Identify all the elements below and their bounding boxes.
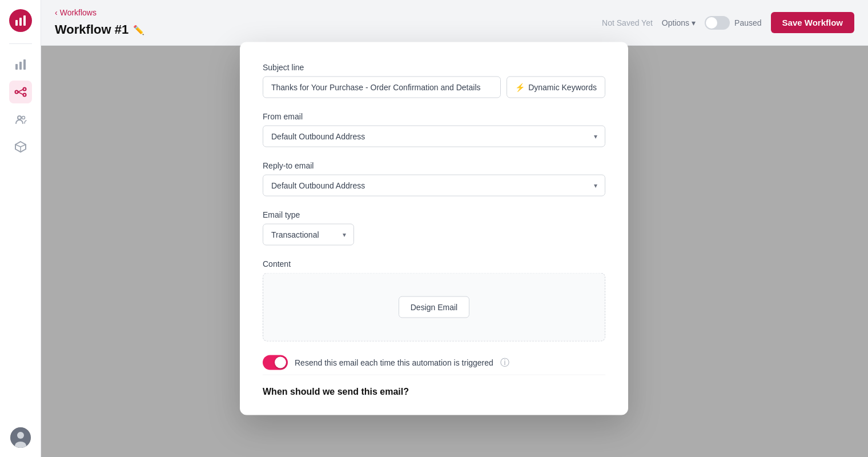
dynamic-keywords-label: Dynamic Keywords: [528, 83, 597, 92]
from-email-label: From email: [263, 112, 605, 121]
save-workflow-button[interactable]: Save Workflow: [771, 12, 854, 33]
user-avatar[interactable]: [10, 427, 31, 448]
svg-line-13: [15, 145, 21, 147]
edit-title-icon[interactable]: ✏️: [133, 25, 144, 35]
sidebar-item-analytics[interactable]: [9, 53, 32, 76]
resend-toggle[interactable]: [263, 355, 288, 370]
topbar-actions: Not Saved Yet Options ▾ Paused Save Work…: [602, 12, 854, 33]
sidebar: [0, 0, 41, 457]
sidebar-item-workflows[interactable]: [9, 81, 32, 103]
email-type-select-wrap: Transactional Marketing ▾: [263, 224, 354, 246]
email-type-select[interactable]: Transactional Marketing: [263, 224, 354, 246]
options-chevron-icon: ▾: [692, 18, 696, 27]
sidebar-item-products[interactable]: [9, 135, 32, 158]
subject-row: ⚡ Dynamic Keywords: [263, 77, 605, 98]
reply-to-section: Reply-to email Default Outbound Address …: [263, 161, 605, 197]
modal-body: Subject line ⚡ Dynamic Keywords From ema…: [240, 47, 628, 415]
sidebar-item-contacts[interactable]: [9, 108, 32, 131]
paused-toggle-thumb: [706, 17, 717, 29]
from-email-section: From email Default Outbound Address ▾: [263, 112, 605, 147]
svg-rect-4: [19, 62, 22, 70]
subject-line-section: Subject line ⚡ Dynamic Keywords: [263, 63, 605, 98]
reply-to-select-wrap: Default Outbound Address ▾: [263, 175, 605, 197]
app-logo[interactable]: [9, 9, 32, 32]
not-saved-label: Not Saved Yet: [602, 18, 653, 27]
email-settings-modal: Subject line ⚡ Dynamic Keywords From ema…: [240, 42, 628, 415]
subject-line-label: Subject line: [263, 63, 605, 72]
svg-rect-3: [15, 64, 18, 70]
from-email-select-wrap: Default Outbound Address ▾: [263, 126, 605, 147]
svg-point-9: [18, 116, 21, 119]
svg-rect-0: [15, 20, 18, 26]
content-label: Content: [263, 259, 605, 268]
resend-info-icon[interactable]: ⓘ: [500, 356, 509, 368]
resend-row: Resend this email each time this automat…: [263, 355, 605, 370]
email-type-label: Email type: [263, 210, 605, 219]
svg-point-7: [23, 88, 26, 91]
reply-to-label: Reply-to email: [263, 161, 605, 170]
resend-label: Resend this email each time this automat…: [295, 358, 493, 367]
resend-toggle-thumb: [275, 357, 286, 368]
dynamic-keywords-button[interactable]: ⚡ Dynamic Keywords: [507, 77, 605, 98]
when-send-title: When should we send this email?: [263, 387, 605, 397]
content-section: Content Design Email: [263, 259, 605, 342]
options-label: Options: [662, 18, 689, 27]
email-type-section: Email type Transactional Marketing ▾: [263, 210, 605, 246]
svg-rect-2: [23, 15, 26, 26]
back-label: Workflows: [60, 8, 97, 17]
subject-line-input[interactable]: [263, 77, 501, 98]
reply-to-select[interactable]: Default Outbound Address: [263, 175, 605, 197]
svg-point-10: [22, 117, 25, 119]
when-send-section: When should we send this email?: [263, 375, 605, 397]
back-button[interactable]: ‹ Workflows: [55, 8, 97, 17]
paused-toggle-track[interactable]: [705, 16, 730, 30]
from-email-select[interactable]: Default Outbound Address: [263, 126, 605, 147]
modal-scroll-fade: [240, 42, 628, 47]
design-email-button[interactable]: Design Email: [399, 296, 469, 318]
content-area: Design Email: [263, 273, 605, 342]
options-button[interactable]: Options ▾: [662, 18, 696, 27]
svg-point-6: [15, 91, 18, 94]
paused-toggle[interactable]: Paused: [705, 16, 761, 30]
svg-rect-1: [19, 18, 22, 26]
back-arrow-icon: ‹: [55, 8, 58, 17]
page-title: Workflow #1 ✏️: [55, 22, 144, 37]
topbar: ‹ Workflows Workflow #1 ✏️ Not Saved Yet…: [41, 0, 868, 46]
svg-point-16: [17, 432, 24, 439]
svg-line-14: [21, 145, 26, 147]
paused-label: Paused: [734, 18, 761, 27]
svg-rect-5: [23, 59, 26, 70]
sidebar-divider: [9, 43, 32, 44]
svg-point-8: [23, 94, 26, 97]
bolt-icon: ⚡: [515, 83, 525, 92]
